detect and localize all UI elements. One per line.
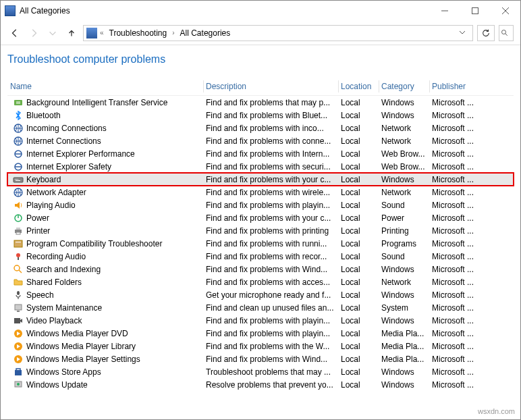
address-dropdown[interactable] (455, 28, 470, 38)
item-description: Find and fix problems with acces... (203, 278, 338, 287)
item-location: Local (338, 149, 379, 159)
item-description: Find and fix problems with playin... (203, 201, 338, 210)
column-header-publisher[interactable]: Publisher (429, 78, 480, 95)
wmp-icon (13, 354, 24, 365)
item-name: Speech (26, 290, 54, 300)
item-description: Find and clean up unused files an... (203, 303, 338, 313)
svg-rect-30 (17, 311, 20, 312)
search-box[interactable] (499, 25, 514, 41)
minimize-button[interactable] (429, 1, 460, 21)
table-row[interactable]: Network AdapterFind and fix problems wit… (7, 186, 514, 199)
svg-point-4 (502, 30, 506, 34)
column-header-name[interactable]: Name (7, 78, 203, 95)
item-location: Local (338, 265, 379, 274)
window-controls (429, 1, 520, 21)
table-row[interactable]: Windows Media Player SettingsFind and fi… (7, 352, 514, 365)
item-location: Local (338, 213, 379, 223)
svg-line-27 (19, 270, 22, 273)
table-row[interactable]: Incoming ConnectionsFind and fix problem… (7, 122, 514, 134)
item-name: Internet Explorer Performance (26, 149, 135, 159)
item-name: Keyboard (26, 175, 61, 184)
breadcrumb-item[interactable]: All Categories (177, 28, 234, 38)
svg-rect-31 (14, 318, 20, 323)
item-publisher: Microsoft ... (429, 111, 480, 120)
up-button[interactable] (64, 26, 79, 41)
folder-icon (13, 277, 24, 288)
item-category: Windows (379, 290, 429, 300)
item-location: Local (338, 367, 379, 377)
table-row[interactable]: KeyboardFind and fix problems with your … (7, 173, 514, 186)
item-category: Power (379, 213, 429, 223)
item-name: Internet Explorer Safety (26, 162, 111, 172)
maximize-button[interactable] (460, 1, 490, 21)
title-bar: All Categories (1, 1, 520, 21)
wmp-icon (13, 341, 24, 352)
item-description: Find and fix problems with wirele... (203, 188, 338, 197)
item-name: Incoming Connections (26, 124, 107, 133)
svg-rect-12 (15, 179, 16, 180)
table-row[interactable]: Internet Explorer PerformanceFind and fi… (7, 147, 514, 160)
table-row[interactable]: Windows Media Player LibraryFind and fix… (7, 340, 514, 352)
svg-point-26 (14, 265, 20, 271)
table-row[interactable]: System MaintenanceFind and clean up unus… (7, 301, 514, 314)
refresh-button[interactable] (477, 25, 495, 41)
content-area: Troubleshoot computer problems Name Desc… (1, 45, 520, 391)
item-location: Local (338, 188, 379, 197)
table-row[interactable]: Recording AudioFind and fix problems wit… (7, 250, 514, 263)
item-publisher: Microsoft ... (429, 303, 480, 313)
close-button[interactable] (490, 1, 520, 21)
forward-button[interactable] (26, 26, 41, 41)
svg-rect-11 (13, 178, 23, 182)
table-row[interactable]: Shared FoldersFind and fix problems with… (7, 275, 514, 288)
table-row[interactable]: PrinterFind and fix problems with printi… (7, 224, 514, 237)
chevron-left-icon[interactable]: « (100, 29, 104, 36)
item-publisher: Microsoft ... (429, 278, 480, 287)
breadcrumb-item[interactable]: Troubleshooting (107, 28, 170, 38)
item-category: Windows (379, 98, 429, 107)
item-publisher: Microsoft ... (429, 380, 480, 390)
table-row[interactable]: Internet ConnectionsFind and fix problem… (7, 134, 514, 147)
table-row[interactable]: Search and IndexingFind and fix problems… (7, 263, 514, 275)
column-header-location[interactable]: Location (338, 78, 379, 95)
table-row[interactable]: BluetoothFind and fix problems with Blue… (7, 109, 514, 122)
column-header-category[interactable]: Category (379, 78, 429, 95)
address-bar[interactable]: « Troubleshooting › All Categories (83, 25, 473, 41)
item-publisher: Microsoft ... (429, 265, 480, 274)
svg-rect-21 (16, 232, 20, 234)
item-location: Local (338, 316, 379, 325)
table-row[interactable]: Video PlaybackFind and fix problems with… (7, 314, 514, 327)
table-row[interactable]: Windows Media Player DVDFind and fix pro… (7, 327, 514, 340)
search-icon (13, 264, 24, 275)
table-row[interactable]: Internet Explorer SafetyFind and fix pro… (7, 160, 514, 173)
item-category: Sound (379, 252, 429, 261)
table-row[interactable]: SpeechGet your microphone ready and f...… (7, 288, 514, 301)
recent-locations-button[interactable] (45, 26, 60, 41)
table-row[interactable]: Windows Store AppsTroubleshoot problems … (7, 365, 514, 378)
table-row[interactable]: Program Compatibility TroubleshooterFind… (7, 237, 514, 250)
table-row[interactable]: Background Intelligent Transfer ServiceF… (7, 96, 514, 109)
item-category: Sound (379, 201, 429, 210)
item-location: Local (338, 355, 379, 364)
app-icon (5, 5, 16, 16)
item-publisher: Microsoft ... (429, 136, 480, 146)
item-publisher: Microsoft ... (429, 124, 480, 133)
svg-rect-6 (14, 100, 22, 105)
item-name: Recording Audio (26, 252, 86, 261)
table-row[interactable]: Playing AudioFind and fix problems with … (7, 199, 514, 211)
item-category: Network (379, 136, 429, 146)
item-description: Troubleshoot problems that may ... (203, 367, 338, 377)
item-name: Network Adapter (26, 188, 86, 197)
speech-icon (13, 290, 24, 300)
table-row[interactable]: PowerFind and fix problems with your c..… (7, 211, 514, 224)
item-publisher: Microsoft ... (429, 175, 480, 184)
item-name: Windows Media Player DVD (26, 329, 128, 338)
svg-rect-20 (16, 228, 20, 230)
back-button[interactable] (7, 26, 22, 41)
item-publisher: Microsoft ... (429, 367, 480, 377)
address-icon (86, 28, 97, 38)
item-location: Local (338, 329, 379, 338)
network-icon (13, 136, 24, 147)
table-row[interactable]: Windows UpdateResolve problems that prev… (7, 378, 514, 391)
column-header-description[interactable]: Description (203, 78, 338, 95)
power-icon (13, 213, 24, 224)
